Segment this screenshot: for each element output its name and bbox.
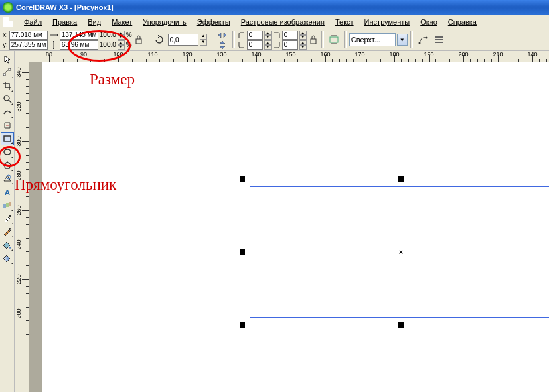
window-title: CorelDRAW X3 - [Рисунок1] [16,3,546,11]
rotation-spinner[interactable]: ▲▼ [200,34,207,46]
menu-help[interactable]: Справка [443,17,482,27]
rectangle-tool[interactable] [1,132,14,145]
canvas[interactable]: × [29,62,549,392]
svg-rect-7 [435,42,443,43]
svg-rect-12 [4,136,11,141]
corner-bl-icon [238,41,246,49]
window-titlebar: CorelDRAW X3 - [Рисунок1] [0,0,549,15]
lock-ratio-button[interactable] [133,31,144,49]
corner-tr-spinner[interactable]: ▲▼ [299,31,307,40]
snap-combo-value: Сверхт... [351,36,380,44]
menu-tools[interactable]: Инструменты [359,17,416,27]
corner-bl-input[interactable] [247,40,263,50]
svg-point-13 [4,149,11,155]
menu-effects[interactable]: Эффекты [192,17,236,27]
handle-bottom-left[interactable] [240,322,245,328]
lock-corners-button[interactable] [308,31,319,49]
svg-text:A: A [5,188,10,196]
svg-rect-1 [311,39,316,44]
svg-rect-19 [9,215,11,217]
svg-rect-18 [9,202,11,206]
height-icon [49,40,58,50]
snap-combo-dropdown[interactable]: ▼ [397,34,408,46]
svg-rect-16 [3,204,6,208]
eyedropper-tool[interactable] [1,212,14,225]
basic-shapes-tool[interactable] [1,172,14,185]
svg-point-3 [418,42,420,44]
position-group: x: y: [3,31,48,50]
scale-x-spinner[interactable]: ▲▼ [118,31,125,40]
interactive-fill-tool[interactable] [1,251,14,265]
handle-top-middle[interactable] [398,176,404,182]
shape-tool[interactable] [1,66,14,79]
height-input[interactable] [60,40,98,50]
scale-x-value[interactable]: 100.0 [100,31,116,38]
menu-text[interactable]: Текст [330,17,359,27]
svg-point-10 [4,96,9,101]
mirror-v-button[interactable] [215,40,230,50]
handle-middle-left[interactable] [240,249,245,255]
rotate-button[interactable] [152,33,167,47]
toolbox: A [0,51,15,392]
corner-tr-icon [273,31,281,39]
menu-layout[interactable]: Макет [106,17,137,27]
x-position-input[interactable] [9,31,48,40]
corner-tr-input[interactable] [282,31,298,40]
outline-tool[interactable] [1,225,14,238]
corner-bl-spinner[interactable]: ▲▼ [264,40,272,50]
freehand-tool[interactable] [1,105,14,119]
pick-tool[interactable] [1,52,14,66]
mirror-h-button[interactable] [215,31,230,40]
to-curves-button[interactable] [416,33,430,47]
handle-top-left[interactable] [240,176,245,182]
options-button[interactable] [431,33,446,47]
property-bar: x: y: 100.0 ▲▼ % 100.0 ▲▼ % [0,29,549,51]
pct-label-1: % [126,31,132,38]
interactive-blend-tool[interactable] [1,198,14,212]
menu-view[interactable]: Вид [82,17,106,27]
pct-label-2: % [126,41,132,48]
fill-tool[interactable] [1,238,14,251]
corner-group-2: ▲▼ ▲▼ [273,31,307,50]
vertical-ruler[interactable]: 340320300280260240220200 [15,62,29,392]
ellipse-tool[interactable] [1,145,14,159]
zoom-tool[interactable] [1,92,14,105]
corner-br-spinner[interactable]: ▲▼ [299,40,307,50]
horizontal-ruler[interactable]: 8090100110120130140150160170180190200210… [29,51,549,62]
svg-rect-2 [330,37,338,42]
document-icon[interactable] [3,17,13,27]
svg-rect-0 [136,39,141,44]
menu-file[interactable]: Файл [19,17,47,27]
y-position-input[interactable] [9,40,48,50]
text-tool[interactable]: A [1,185,14,198]
svg-rect-17 [6,203,9,207]
menu-arrange[interactable]: Упорядочить [137,17,191,27]
x-label: x: [3,31,8,38]
menu-window[interactable]: Окно [415,17,443,27]
width-input[interactable] [60,31,98,40]
rectangle-object[interactable] [250,186,549,318]
handle-bottom-middle[interactable] [398,322,404,328]
rotation-input[interactable] [168,34,198,46]
scale-y-value[interactable]: 100.0 [100,41,116,48]
app-icon [3,2,13,13]
menu-edit[interactable]: Правка [47,17,82,27]
corner-br-input[interactable] [282,40,298,50]
corner-tl-spinner[interactable]: ▲▼ [264,31,272,40]
snap-combo[interactable]: Сверхт... [349,33,396,46]
width-icon [49,31,58,40]
svg-rect-6 [435,39,443,40]
svg-rect-9 [9,68,11,70]
crop-tool[interactable] [1,79,14,92]
scale-y-spinner[interactable]: ▲▼ [118,40,125,50]
svg-rect-8 [3,74,5,76]
corner-group-1: ▲▼ ▲▼ [238,31,272,50]
wrap-text-button[interactable] [327,33,341,47]
menu-bar: Файл Правка Вид Макет Упорядочить Эффект… [0,15,549,29]
ruler-origin[interactable] [15,51,29,62]
polygon-tool[interactable] [1,159,14,172]
smart-drawing-tool[interactable] [1,119,14,132]
svg-rect-5 [435,36,443,38]
corner-tl-input[interactable] [247,31,263,40]
menu-bitmaps[interactable]: Растровые изображения [236,17,330,27]
